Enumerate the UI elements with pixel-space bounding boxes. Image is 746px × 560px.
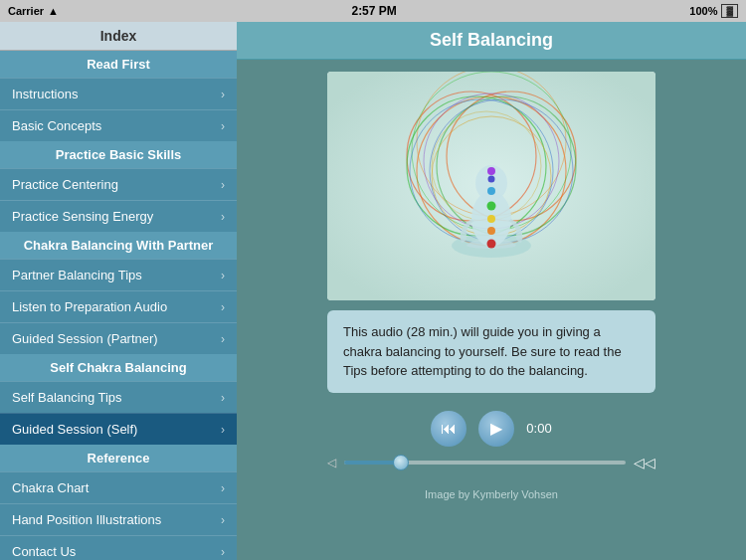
- status-left: Carrier ▲: [8, 5, 59, 17]
- sidebar-item-basic-concepts[interactable]: Basic Concepts ›: [0, 109, 237, 141]
- chevron-icon: ›: [221, 481, 225, 495]
- svg-point-20: [487, 215, 495, 223]
- sidebar-item-contact-us[interactable]: Contact Us ›: [0, 535, 237, 560]
- progress-track[interactable]: [344, 461, 626, 465]
- sidebar-item-label: Partner Balancing Tips: [12, 268, 142, 282]
- sidebar-title: Index: [0, 22, 237, 51]
- chevron-icon: ›: [221, 300, 225, 314]
- battery-icon: ▓: [721, 4, 738, 18]
- chevron-icon: ›: [221, 119, 225, 133]
- play-button[interactable]: ▶: [478, 411, 514, 447]
- audio-progress[interactable]: ◁ ◁◁: [327, 455, 655, 470]
- progress-thumb[interactable]: [393, 455, 409, 470]
- chevron-icon: ›: [221, 545, 225, 559]
- main-header: Self Balancing: [237, 22, 746, 60]
- section-header-self-chakra: Self Chakra Balancing: [0, 354, 237, 381]
- volume-low-icon: ◁: [327, 456, 336, 469]
- wifi-icon: ▲: [48, 5, 59, 17]
- svg-point-19: [487, 202, 496, 211]
- sidebar-item-label: Basic Concepts: [12, 118, 101, 133]
- chevron-icon: ›: [221, 88, 225, 101]
- volume-high-icon: ◁◁: [634, 455, 655, 470]
- audio-player: ⏮ ▶ 0:00 ◁ ◁◁: [327, 403, 655, 478]
- sidebar-item-label: Chakra Chart: [12, 480, 89, 495]
- section-header-read-first: Read First: [0, 51, 237, 78]
- sidebar-item-instructions[interactable]: Instructions ›: [0, 78, 237, 109]
- section-header-chakra-partner: Chakra Balancing With Partner: [0, 232, 237, 259]
- sidebar-item-label: Contact Us: [12, 544, 76, 559]
- chevron-icon: ›: [221, 423, 225, 437]
- carrier-label: Carrier: [8, 5, 44, 17]
- chakra-image: [327, 72, 655, 300]
- svg-point-18: [487, 187, 495, 195]
- sidebar-item-hand-illustrations[interactable]: Hand Position Illustrations ›: [0, 503, 237, 535]
- sidebar-item-guided-session-partner[interactable]: Guided Session (Partner) ›: [0, 322, 237, 354]
- svg-point-16: [487, 167, 495, 175]
- status-time: 2:57 PM: [351, 4, 396, 18]
- svg-point-22: [487, 240, 496, 249]
- chevron-icon: ›: [221, 391, 225, 405]
- section-header-reference: Reference: [0, 445, 237, 471]
- chevron-icon: ›: [221, 178, 225, 192]
- sidebar: Index Read First Instructions › Basic Co…: [0, 22, 237, 560]
- sidebar-item-label: Hand Position Illustrations: [12, 512, 161, 527]
- sidebar-item-label: Listen to Preparation Audio: [12, 299, 167, 314]
- description-text: This audio (28 min.) will guide you in g…: [343, 324, 622, 378]
- sidebar-item-self-tips[interactable]: Self Balancing Tips ›: [0, 381, 237, 413]
- main-title: Self Balancing: [430, 30, 553, 50]
- sidebar-item-label: Guided Session (Partner): [12, 331, 158, 346]
- sidebar-item-label: Guided Session (Self): [12, 422, 137, 437]
- content-area: This audio (28 min.) will guide you in g…: [237, 60, 746, 560]
- sidebar-item-label: Practice Centering: [12, 177, 118, 192]
- svg-point-21: [487, 227, 495, 235]
- chevron-icon: ›: [221, 513, 225, 527]
- sidebar-item-label: Practice Sensing Energy: [12, 209, 153, 224]
- sidebar-item-label: Instructions: [12, 87, 78, 101]
- sidebar-item-partner-tips[interactable]: Partner Balancing Tips ›: [0, 259, 237, 290]
- sidebar-item-guided-session-self[interactable]: Guided Session (Self) ›: [0, 413, 237, 445]
- sidebar-item-label: Self Balancing Tips: [12, 390, 122, 405]
- audio-controls: ⏮ ▶ 0:00: [431, 411, 551, 447]
- chevron-icon: ›: [221, 332, 225, 346]
- svg-point-17: [488, 176, 495, 183]
- description-box: This audio (28 min.) will guide you in g…: [327, 310, 655, 393]
- sidebar-item-practice-centering[interactable]: Practice Centering ›: [0, 168, 237, 200]
- app-body: Index Read First Instructions › Basic Co…: [0, 22, 746, 560]
- status-bar: Carrier ▲ 2:57 PM 100% ▓: [0, 0, 746, 22]
- section-header-practice-basic-skills: Practice Basic Skills: [0, 141, 237, 168]
- sidebar-item-practice-sensing-energy[interactable]: Practice Sensing Energy ›: [0, 200, 237, 232]
- image-credit: Image by Kymberly Vohsen: [425, 488, 558, 500]
- battery-label: 100%: [689, 5, 717, 17]
- sidebar-item-preparation-audio[interactable]: Listen to Preparation Audio ›: [0, 290, 237, 322]
- audio-time: 0:00: [526, 421, 551, 436]
- status-right: 100% ▓: [689, 4, 738, 18]
- main-content: Self Balancing: [237, 22, 746, 560]
- chevron-icon: ›: [221, 210, 225, 224]
- rewind-button[interactable]: ⏮: [431, 411, 466, 447]
- chevron-icon: ›: [221, 269, 225, 282]
- sidebar-item-chakra-chart[interactable]: Chakra Chart ›: [0, 471, 237, 503]
